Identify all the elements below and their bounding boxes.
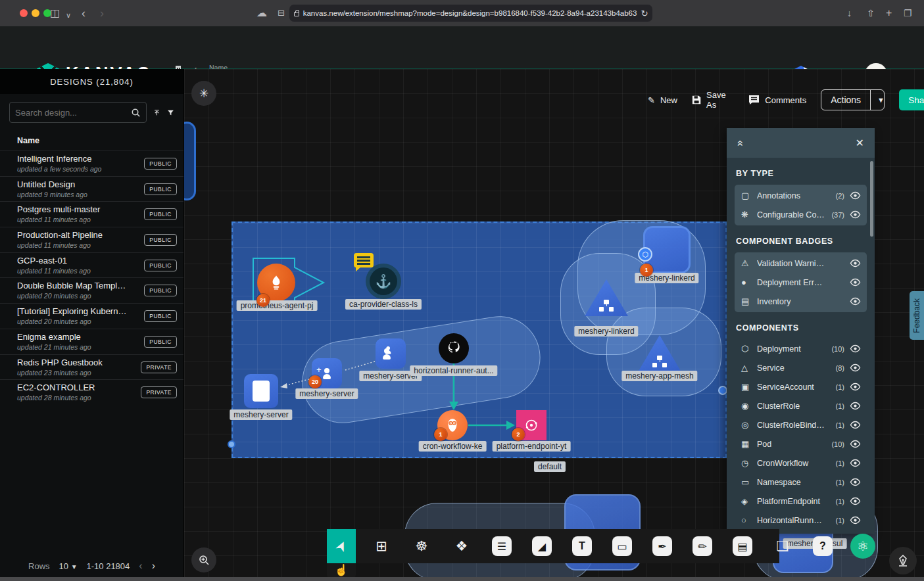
tab-overview-icon[interactable]: ❐ <box>904 6 912 20</box>
toolbar-tool-button[interactable] <box>367 532 396 561</box>
design-list-item[interactable]: GCP-east-01 updated 11 minutes ago PUBLI… <box>0 252 183 278</box>
design-search-input[interactable] <box>15 108 131 118</box>
eye-visibility-icon[interactable] <box>850 381 861 392</box>
next-page-icon[interactable]: › <box>152 560 155 572</box>
selection-handle[interactable] <box>228 440 235 448</box>
toolbar-tool-button[interactable] <box>568 532 596 561</box>
design-list-item[interactable]: EC2-CONTROLLER updated 28 minutes ago PR… <box>0 379 183 405</box>
annotation-comment-icon[interactable] <box>354 253 374 267</box>
eye-visibility-icon[interactable] <box>850 296 861 307</box>
panel-row[interactable]: ServiceAccount (1) <box>735 377 867 396</box>
design-list-item[interactable]: Postgres multi-master updated 11 minutes… <box>0 201 183 227</box>
cloud-icon[interactable]: ☁ <box>256 6 267 20</box>
panel-row[interactable]: Deployment (10) <box>735 339 867 358</box>
toolbar-tool-button[interactable] <box>487 532 516 561</box>
panel-row[interactable]: HorizontalRunnerAutoscaler (1) <box>735 511 867 530</box>
prev-page-icon[interactable]: ‹ <box>139 560 142 572</box>
design-list-item[interactable]: [Tutorial] Exploring Kubernetes Pod upda… <box>0 303 183 329</box>
share-button[interactable]: Share <box>899 89 924 110</box>
node-clusterrole[interactable] <box>376 338 406 369</box>
panel-row[interactable]: Annotations (2) <box>735 186 867 205</box>
toolbar-tool-button[interactable] <box>327 529 356 563</box>
panel-row[interactable]: ClusterRole (1) <box>735 396 867 415</box>
panel-row[interactable]: Pod (10) <box>735 434 867 453</box>
save-as-button[interactable]: Save As <box>692 90 734 110</box>
comments-button[interactable]: Comments <box>748 95 806 105</box>
actions-caret-icon[interactable]: ▼ <box>870 90 885 110</box>
rows-per-page-select[interactable]: 10 ▼ <box>59 561 78 571</box>
design-list-item[interactable]: Intelligent Inference updated a few seco… <box>0 151 183 176</box>
node-github-runner[interactable] <box>439 333 469 363</box>
toolbar-tool-button[interactable] <box>808 532 837 561</box>
toolbar-tool-button[interactable] <box>407 532 436 561</box>
panel-row[interactable]: Service (8) <box>735 358 867 377</box>
panel-row[interactable]: Inventory <box>735 292 867 311</box>
toolbar-tool-button[interactable] <box>728 532 757 561</box>
reader-icon[interactable]: ⊟ <box>278 6 285 20</box>
design-name: Redis PHP Guestbook <box>17 358 129 367</box>
toolbar-tool-button[interactable] <box>527 532 556 561</box>
eye-visibility-icon[interactable] <box>850 457 861 469</box>
new-tab-icon[interactable]: + <box>886 6 892 20</box>
eye-visibility-icon[interactable] <box>850 190 861 201</box>
panel-row[interactable]: Deployment Errors <box>735 273 867 292</box>
eye-visibility-icon[interactable] <box>850 258 861 269</box>
pen-mode-button[interactable] <box>889 547 917 574</box>
eye-visibility-icon[interactable] <box>850 515 861 526</box>
collapse-panel-icon[interactable]: « <box>734 140 747 146</box>
eye-visibility-icon[interactable] <box>850 496 861 507</box>
toolbar-tool-button[interactable] <box>848 532 877 561</box>
design-list-item[interactable]: Untitled Design updated 9 minutes ago PU… <box>0 176 183 202</box>
design-list-item[interactable]: Production-alt Pipeline updated 11 minut… <box>0 227 183 252</box>
close-panel-icon[interactable]: ✕ <box>856 137 864 149</box>
panel-row[interactable]: PlatformEndpoint (1) <box>735 492 867 511</box>
share-page-icon[interactable]: ⇧ <box>867 6 875 20</box>
eye-visibility-icon[interactable] <box>850 476 861 488</box>
toolbar-tool-button[interactable] <box>648 532 677 561</box>
snowflake-freeze-button[interactable]: ✳ <box>191 81 216 106</box>
node-serviceaccount[interactable] <box>244 374 278 408</box>
component-count: (10) <box>825 345 844 353</box>
window-minimize-button[interactable] <box>32 9 39 17</box>
window-close-button[interactable] <box>20 9 28 17</box>
publish-upload-icon[interactable] <box>153 107 160 118</box>
toolbar-tool-button[interactable] <box>447 532 476 561</box>
panel-row[interactable]: ClusterRoleBinding (1) <box>735 415 867 434</box>
sidebar-toggle-icon[interactable]: ◫ <box>50 6 60 20</box>
design-search[interactable] <box>9 102 147 123</box>
component-count: (8) <box>825 364 844 372</box>
back-icon[interactable]: ‹ <box>82 6 85 20</box>
connection-point[interactable] <box>718 386 727 395</box>
eye-visibility-icon[interactable] <box>850 438 861 450</box>
eye-visibility-icon[interactable] <box>850 277 861 288</box>
node-badge: 21 <box>256 294 270 307</box>
design-list-item[interactable]: Double Bubble Map Template-copy updated … <box>0 277 183 303</box>
eye-visibility-icon[interactable] <box>850 419 861 430</box>
url-bar[interactable]: kanvas.new/extension/meshmap?mode=design… <box>289 5 652 22</box>
panel-row[interactable]: CronWorkflow (1) <box>735 453 867 473</box>
eye-visibility-icon[interactable] <box>850 343 861 354</box>
panel-row[interactable]: Namespace (1) <box>735 473 867 492</box>
toolbar-tool-button[interactable] <box>608 532 637 561</box>
toolbar-tool-button[interactable] <box>768 532 797 561</box>
forward-icon[interactable]: › <box>100 6 104 20</box>
eye-visibility-icon[interactable] <box>850 209 861 220</box>
toolbar-tool-button[interactable] <box>688 532 717 561</box>
reload-icon[interactable]: ↻ <box>641 9 648 18</box>
actions-dropdown-button[interactable]: Actions ▼ <box>821 89 885 110</box>
filter-icon[interactable] <box>167 107 174 118</box>
design-list-item[interactable]: Redis PHP Guestbook updated 23 minutes a… <box>0 354 183 380</box>
panel-scrollbar[interactable] <box>870 161 873 237</box>
new-button[interactable]: ✎ New <box>648 95 677 105</box>
panel-row[interactable]: Validation Warnings <box>735 254 867 273</box>
downloads-icon[interactable]: ↓ <box>847 6 852 20</box>
panel-row[interactable]: Configurable Components (37) <box>735 205 867 224</box>
eye-visibility-icon[interactable] <box>850 400 861 411</box>
feedback-tab[interactable]: Feedback <box>910 291 924 340</box>
zoom-in-button[interactable] <box>191 547 216 572</box>
eye-visibility-icon[interactable] <box>850 362 861 373</box>
namespace-default-label: default <box>534 461 566 472</box>
node-ca-provider[interactable]: ⚓ <box>370 267 397 295</box>
design-list-item[interactable]: Enigma example updated 21 minutes ago PU… <box>0 329 183 354</box>
chevron-down-icon[interactable]: ∨ <box>66 8 71 22</box>
